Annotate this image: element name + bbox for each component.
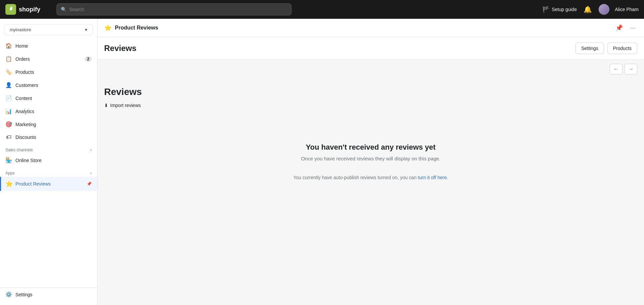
sidebar-item-label: Settings — [15, 292, 33, 297]
app-star-icon: ⭐ — [104, 24, 112, 32]
app-header: ⭐ Product Reviews 📌 ··· — [97, 19, 644, 37]
sidebar-item-label: Discounts — [15, 135, 36, 140]
sidebar-item-label: Orders — [15, 56, 30, 62]
sidebar-item-label: Marketing — [15, 122, 36, 127]
settings-button[interactable]: Settings — [575, 43, 604, 54]
sidebar-item-label: Product Reviews — [15, 181, 51, 187]
sidebar-item-settings[interactable]: ⚙️ Settings — [0, 288, 97, 301]
page-title: Reviews — [104, 44, 136, 53]
products-button[interactable]: Products — [607, 43, 637, 54]
nav-arrows: ← → — [97, 60, 644, 79]
sidebar-item-customers[interactable]: 👤 Customers — [0, 79, 97, 92]
auto-publish-prefix: You currently have auto-publish reviews … — [293, 175, 418, 180]
layout: myinastore ▾ 🏠 Home 📋 Orders 2 🏷️ Produc… — [0, 19, 644, 305]
analytics-icon: 📊 — [5, 108, 12, 114]
topbar: shopify 🔍 🏴 Setup guide 🔔 Alice Pham — [0, 0, 644, 19]
empty-subtext: Once you have received reviews they will… — [301, 156, 440, 161]
apps-section: Apps › — [0, 167, 97, 177]
orders-icon: 📋 — [5, 56, 12, 62]
customers-icon: 👤 — [5, 82, 12, 88]
discounts-icon: 🏷 — [5, 134, 12, 140]
setup-guide-label: Setup guide — [552, 7, 577, 12]
content-area: Reviews ⬇ Import reviews You haven't rec… — [97, 79, 644, 305]
chevron-down-icon: ▾ — [85, 27, 87, 32]
search-icon: 🔍 — [61, 7, 67, 12]
sidebar-item-label: Online Store — [15, 158, 42, 163]
toolbar-buttons: Settings Products — [575, 43, 637, 54]
topbar-actions: 🏴 Setup guide 🔔 Alice Pham — [542, 4, 639, 15]
sidebar-item-analytics[interactable]: 📊 Analytics — [0, 105, 97, 118]
sidebar-item-label: Products — [15, 69, 34, 75]
import-icon: ⬇ — [104, 103, 108, 108]
app-header-left: ⭐ Product Reviews — [104, 24, 158, 32]
sales-channels-chevron: › — [90, 148, 92, 152]
app-header-right: 📌 ··· — [613, 23, 637, 33]
pin-button[interactable]: 📌 — [613, 23, 625, 33]
back-arrow-button[interactable]: ← — [610, 64, 622, 74]
reviews-heading: Reviews — [104, 87, 637, 97]
settings-icon: ⚙️ — [5, 291, 12, 298]
search-bar[interactable]: 🔍 — [56, 3, 292, 15]
sidebar-item-label: Home — [15, 43, 28, 49]
sidebar-item-orders[interactable]: 📋 Orders 2 — [0, 52, 97, 65]
setup-guide-btn[interactable]: 🏴 Setup guide — [542, 6, 577, 13]
empty-state: You haven't received any reviews yet Onc… — [104, 123, 637, 194]
sidebar-item-content[interactable]: 📄 Content — [0, 92, 97, 105]
products-icon: 🏷️ — [5, 69, 12, 75]
avatar[interactable] — [599, 4, 609, 15]
sidebar-item-online-store[interactable]: 🏪 Online Store — [0, 154, 97, 167]
orders-badge: 2 — [85, 56, 92, 62]
empty-heading: You haven't received any reviews yet — [306, 143, 435, 152]
sales-channels-section: Sales channels › — [0, 144, 97, 154]
turn-off-link[interactable]: turn it off here — [418, 175, 447, 180]
sidebar-item-label: Analytics — [15, 109, 34, 114]
notifications-button[interactable]: 🔔 — [582, 4, 593, 15]
apps-chevron: › — [90, 171, 92, 175]
sidebar-item-products[interactable]: 🏷️ Products — [0, 65, 97, 79]
sidebar-item-discounts[interactable]: 🏷 Discounts — [0, 131, 97, 144]
more-options-button[interactable]: ··· — [628, 23, 637, 33]
marketing-icon: 🎯 — [5, 121, 12, 128]
sales-channels-label: Sales channels — [5, 148, 33, 152]
online-store-icon: 🏪 — [5, 157, 12, 163]
store-name: myinastore — [10, 27, 31, 32]
sidebar: myinastore ▾ 🏠 Home 📋 Orders 2 🏷️ Produc… — [0, 19, 97, 305]
apps-label: Apps — [5, 171, 14, 175]
content-icon: 📄 — [5, 95, 12, 101]
sidebar-item-product-reviews[interactable]: ⭐ Product Reviews 📌 — [0, 177, 97, 191]
page-toolbar: Reviews Settings Products — [97, 37, 644, 60]
import-reviews-label: Import reviews — [110, 103, 141, 108]
sidebar-item-label: Customers — [15, 83, 38, 88]
home-icon: 🏠 — [5, 43, 12, 49]
user-name[interactable]: Alice Pham — [615, 7, 639, 12]
store-selector[interactable]: myinastore ▾ — [4, 24, 93, 35]
auto-publish-text: You currently have auto-publish reviews … — [293, 175, 448, 180]
main-content: ⭐ Product Reviews 📌 ··· Reviews Settings… — [97, 19, 644, 305]
logo-text: shopify — [19, 6, 40, 13]
sidebar-item-marketing[interactable]: 🎯 Marketing — [0, 118, 97, 131]
sidebar-item-home[interactable]: 🏠 Home — [0, 39, 97, 52]
search-input[interactable] — [69, 7, 287, 12]
forward-arrow-button[interactable]: → — [625, 64, 637, 74]
app-header-title: Product Reviews — [115, 25, 158, 31]
pin-icon: 📌 — [87, 182, 92, 186]
product-reviews-icon: ⭐ — [5, 180, 12, 188]
avatar-image — [599, 4, 609, 15]
import-reviews-button[interactable]: ⬇ Import reviews — [104, 101, 141, 109]
sidebar-item-label: Content — [15, 96, 32, 101]
logo[interactable]: shopify — [5, 4, 52, 15]
flag-icon: 🏴 — [542, 6, 550, 13]
auto-publish-suffix: . — [447, 175, 448, 180]
